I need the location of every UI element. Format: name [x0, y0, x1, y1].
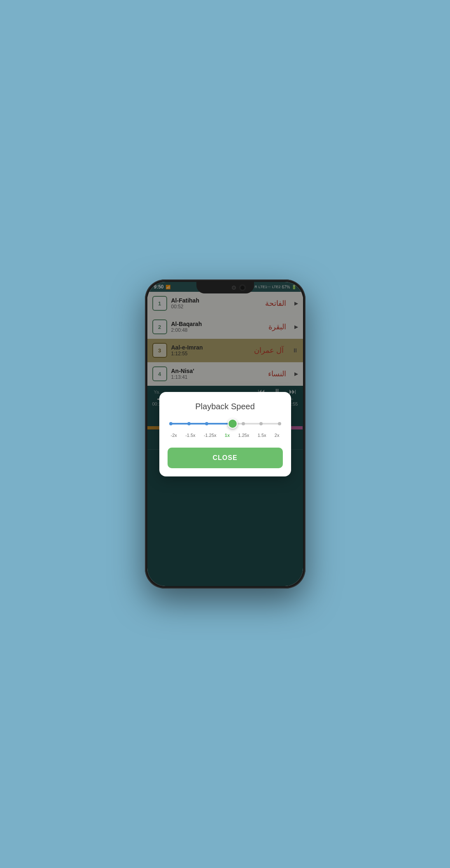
slider-fill: [171, 423, 233, 425]
speed-label-5: 1.5x: [258, 433, 266, 438]
tick-4: [242, 422, 245, 425]
modal-title: Playback Speed: [168, 402, 283, 411]
tick-2: [205, 422, 208, 425]
slider-thumb[interactable]: [228, 419, 238, 429]
speed-label-3: 1x: [225, 433, 230, 438]
speed-label-0: -2x: [171, 433, 177, 438]
phone-frame: 9:50 📶 Vo) R LTE1↑↑ LTE2 67% 🔋 1 Al-Fati…: [145, 279, 305, 589]
camera-notch: [196, 282, 254, 293]
phone-screen: 9:50 📶 Vo) R LTE1↑↑ LTE2 67% 🔋 1 Al-Fati…: [147, 282, 303, 586]
speed-slider-container[interactable]: -2x -1.5x -1.25x 1x 1.25x 1.5x 2x: [168, 423, 283, 438]
slider-track[interactable]: [171, 423, 280, 425]
tick-5: [259, 422, 263, 425]
speed-label-6: 2x: [275, 433, 280, 438]
playback-speed-modal: Playback Speed: [159, 392, 291, 476]
tick-6: [278, 422, 281, 425]
slider-labels: -2x -1.5x -1.25x 1x 1.25x 1.5x 2x: [171, 433, 280, 438]
speed-label-2: -1.25x: [204, 433, 217, 438]
close-button[interactable]: CLOSE: [168, 448, 283, 468]
front-camera-main: [239, 284, 246, 291]
tick-1: [187, 422, 191, 425]
tick-0: [169, 422, 173, 425]
speed-label-1: -1.5x: [185, 433, 195, 438]
speed-label-4: 1.25x: [238, 433, 249, 438]
modal-overlay: Playback Speed: [147, 282, 303, 586]
front-camera-small: [232, 286, 236, 290]
